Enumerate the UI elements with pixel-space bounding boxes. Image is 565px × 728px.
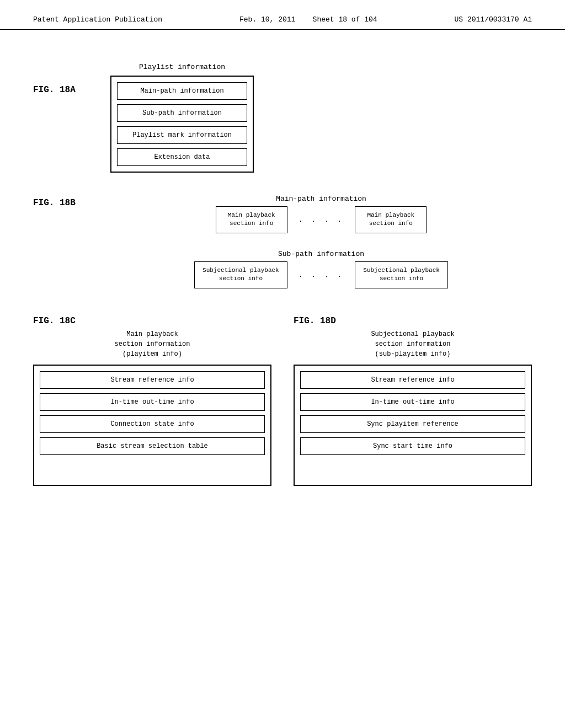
- subpath-row: Subjectional playbacksection info . . . …: [110, 261, 532, 288]
- sub-cell-1: Subjectional playbacksection info: [194, 261, 287, 288]
- main-dots: . . . .: [287, 216, 355, 224]
- fig-18d-item-2: Sync playitem reference: [300, 415, 525, 433]
- fig-18a-section: FIG. 18A Playlist information Main-path …: [33, 63, 532, 173]
- subpath-title: Sub-path information: [110, 250, 532, 258]
- header-center: Feb. 10, 2011 Sheet 18 of 104: [239, 15, 377, 24]
- mainpath-row: Main playbacksection info . . . . Main p…: [110, 206, 532, 233]
- fig-18c-item-3: Basic stream selection table: [40, 437, 265, 455]
- fig-18d-label: FIG. 18D: [294, 316, 532, 326]
- fig-18c-item-0: Stream reference info: [40, 371, 265, 389]
- fig-18d-title: Subjectional playbacksection information…: [294, 329, 532, 359]
- header-right: US 2011/0033170 A1: [455, 15, 532, 24]
- fig-18a-content: Playlist information Main-path informati…: [110, 63, 254, 173]
- fig-18cd-section: FIG. 18C Main playbacksection informatio…: [33, 316, 532, 486]
- fig-18c-title: Main playbacksection information(playite…: [33, 329, 271, 359]
- fig-18b-label: FIG. 18B: [33, 195, 99, 208]
- fig-18a-item-2: Playlist mark information: [117, 126, 247, 144]
- fig-18b-section: FIG. 18B Main-path information Main play…: [33, 195, 532, 288]
- fig-18d-item-1: In-time out-time info: [300, 393, 525, 411]
- fig-18a-title: Playlist information: [139, 63, 225, 71]
- page-header: Patent Application Publication Feb. 10, …: [0, 0, 565, 30]
- header-left: Patent Application Publication: [33, 15, 162, 24]
- fig-18c-item-2: Connection state info: [40, 415, 265, 433]
- fig-18b-content: Main-path information Main playbacksecti…: [110, 195, 532, 288]
- main-cell-2: Main playbacksection info: [355, 206, 427, 233]
- fig-18d: FIG. 18D Subjectional playbacksection in…: [294, 316, 532, 486]
- mainpath-title: Main-path information: [110, 195, 532, 203]
- fig-18a-box: Main-path information Sub-path informati…: [110, 76, 254, 173]
- fig-18d-item-3: Sync start time info: [300, 437, 525, 455]
- fig-18d-box: Stream reference info In-time out-time i…: [294, 365, 532, 486]
- sub-dots: . . . .: [287, 271, 355, 279]
- fig-18d-item-0: Stream reference info: [300, 371, 525, 389]
- main-cell-1: Main playbacksection info: [216, 206, 287, 233]
- fig-18a-item-3: Extension data: [117, 148, 247, 166]
- fig-18a-item-0: Main-path information: [117, 82, 247, 100]
- fig-18c-item-1: In-time out-time info: [40, 393, 265, 411]
- fig-18c: FIG. 18C Main playbacksection informatio…: [33, 316, 271, 486]
- fig-18a-label: FIG. 18A: [33, 85, 99, 95]
- fig-18c-box: Stream reference info In-time out-time i…: [33, 365, 271, 486]
- fig-18c-label: FIG. 18C: [33, 316, 271, 326]
- subpath-section: Sub-path information Subjectional playba…: [110, 250, 532, 288]
- fig-18a-item-1: Sub-path information: [117, 104, 247, 122]
- page-content: FIG. 18A Playlist information Main-path …: [0, 30, 565, 502]
- sub-cell-2: Subjectional playbacksection info: [355, 261, 448, 288]
